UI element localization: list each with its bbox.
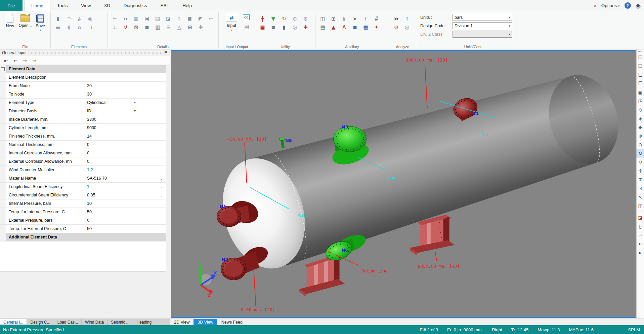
unit-select[interactable]: bars▾ xyxy=(453,14,512,21)
go-next-icon[interactable]: → xyxy=(21,57,29,64)
panel-tab-general-i-[interactable]: General I... xyxy=(0,319,27,325)
property-value[interactable]: 0 xyxy=(85,157,166,165)
lining-icon[interactable]: ▤ xyxy=(154,15,162,22)
view-front-icon[interactable]: ❏ xyxy=(637,53,644,62)
filter-icon[interactable]: ▼ xyxy=(269,15,277,22)
view-right-icon[interactable]: ❒ xyxy=(637,79,644,88)
stamp-window-icon[interactable]: ⊞ xyxy=(330,15,337,22)
new-report-icon[interactable]: ▯ xyxy=(403,15,411,22)
iso-view-sw-icon[interactable]: ◈ xyxy=(637,114,644,123)
menu-tab-3d[interactable]: 3D xyxy=(98,0,117,11)
menu-tab-help[interactable]: Help xyxy=(176,0,199,11)
run-analysis-icon[interactable]: ≫ xyxy=(392,15,400,22)
view-tab-news-feed[interactable]: News Feed xyxy=(217,319,247,325)
3d-viewport[interactable]: 9000.00 mm. [30] -50.00 mm. [10] 0.00 mm… xyxy=(171,50,636,318)
open-button[interactable]: Open... xyxy=(18,13,32,31)
tray-icon[interactable]: ▥ xyxy=(154,24,162,31)
shell-detail-icon[interactable]: ▯ xyxy=(175,15,183,22)
chevron-down-icon[interactable]: ▼ xyxy=(133,101,136,104)
alert-cone-icon[interactable]: ▲ xyxy=(330,24,337,31)
input-button[interactable]: ⇄Input▾ xyxy=(223,14,240,32)
view-bottom-icon[interactable]: ◳ xyxy=(637,97,644,105)
property-value[interactable]: 20 xyxy=(85,82,166,90)
pin-icon[interactable] xyxy=(164,51,168,55)
flat-head-icon[interactable]: ▬ xyxy=(54,24,62,31)
review-report-icon[interactable]: ◎ xyxy=(403,24,411,31)
basering-icon[interactable]: ⊥ xyxy=(111,24,119,31)
select-arrow-icon[interactable]: ↖ xyxy=(637,193,644,201)
zoom-20-icon[interactable]: ⊕ xyxy=(291,15,299,22)
help-icon[interactable]: ? xyxy=(625,2,631,9)
zoom-window-icon[interactable]: ⊕ xyxy=(637,132,644,140)
skirt-support-icon[interactable]: ⊓ xyxy=(86,24,94,31)
element-list-icon[interactable]: ≡ xyxy=(269,24,277,31)
outline-view-icon[interactable]: ▯ xyxy=(637,222,644,231)
iso-view-ne-icon[interactable]: ◆ xyxy=(637,123,644,132)
word-doc-icon[interactable]: A xyxy=(340,24,348,31)
spin-model-icon[interactable]: ↺ xyxy=(637,158,644,166)
ellipsis-button[interactable]: ... xyxy=(160,193,164,197)
undo-view-icon[interactable]: ↩ xyxy=(637,239,644,248)
pdf-icon[interactable]: ✦ xyxy=(373,24,380,31)
elliptical-head-icon[interactable]: ◠ xyxy=(65,15,73,22)
view-back-icon[interactable]: ❐ xyxy=(637,62,644,70)
brace-icon[interactable]: ⊠ xyxy=(132,24,140,31)
zoom-in-out-icon[interactable]: ∓ xyxy=(637,175,644,184)
clip-plane-icon[interactable]: ⊣ xyxy=(637,231,644,239)
menu-tab-home[interactable]: Home xyxy=(24,0,50,11)
cc-icon[interactable]: CC xyxy=(243,14,250,20)
view-tab-3d-view[interactable]: 3D View xyxy=(194,319,217,325)
go-first-icon[interactable]: ⇤ xyxy=(2,57,10,64)
expand-more-icon[interactable]: ▸ xyxy=(637,248,644,257)
brackets-icon[interactable]: ◫ xyxy=(319,15,327,22)
panel-tab-load-cas-[interactable]: Load Cas... xyxy=(54,319,82,325)
left-saddle-support[interactable] xyxy=(299,255,345,297)
status-overflow-button[interactable]: ... xyxy=(603,327,606,332)
weight-icon[interactable]: ◬ xyxy=(175,24,183,31)
pan-view-icon[interactable]: ✛ xyxy=(637,166,644,175)
share-shell-icon[interactable]: ▮ xyxy=(280,24,288,31)
view-top-icon[interactable]: ▣ xyxy=(637,88,644,97)
view-tab-2d-view[interactable]: 2D View xyxy=(170,319,194,325)
status-overflow-button[interactable]: ... xyxy=(615,327,619,332)
property-value[interactable]: 9000 xyxy=(85,124,166,132)
menu-tab-view[interactable]: View xyxy=(75,0,98,11)
stiffener-spacing-icon[interactable]: ↔ xyxy=(122,15,129,22)
report-image-icon[interactable]: ▤ xyxy=(243,23,251,30)
half-pipe-icon[interactable]: ⊟ xyxy=(165,24,172,31)
markup-icon[interactable]: ✚ xyxy=(302,24,309,31)
panel-tab-design-c-[interactable]: Design C... xyxy=(27,319,54,325)
property-value[interactable]: Cylindrical▼ xyxy=(85,99,166,107)
select-sphere-icon[interactable]: ◎ xyxy=(291,24,299,31)
iso-view-se-icon[interactable]: ◇ xyxy=(637,105,644,114)
panel-tab-wind-data[interactable]: Wind Data xyxy=(82,319,108,325)
property-value[interactable]: 0 xyxy=(85,141,166,149)
menu-tab-esl[interactable]: ESL xyxy=(154,0,176,11)
property-value[interactable]: 10 xyxy=(85,199,166,208)
nozzle-detail-icon[interactable]: ✚ xyxy=(197,24,205,31)
cylinder-element-icon[interactable]: ▮ xyxy=(54,15,62,22)
property-value[interactable]: SA-516 70... xyxy=(85,174,166,182)
collapse-ribbon-icon[interactable]: ∧ xyxy=(594,3,597,8)
collapse-icon[interactable]: − xyxy=(1,67,5,71)
property-value[interactable]: 0.85... xyxy=(85,191,166,199)
vessel-orientation-icon[interactable]: ◫ xyxy=(637,201,644,210)
panel-tab-heading[interactable]: Heading xyxy=(133,319,155,325)
panel-tab-seismic-[interactable]: Seismic ... xyxy=(108,319,133,325)
clip-icon[interactable]: ▭ xyxy=(207,15,215,22)
property-value[interactable]: 50 xyxy=(85,225,166,233)
error-check-icon[interactable]: ⊘ xyxy=(392,24,400,31)
delete-element-icon[interactable]: ▣ xyxy=(259,24,266,31)
options-button[interactable]: Options ▾ xyxy=(601,3,620,8)
cone-element-icon[interactable]: ◭ xyxy=(76,15,83,22)
insulation-icon[interactable]: ⊞ xyxy=(186,24,194,31)
packing-icon[interactable]: ≡ xyxy=(143,24,151,31)
rotate-view-icon[interactable]: ↻ xyxy=(637,149,644,158)
hand-pick-icon[interactable]: ➤ xyxy=(351,15,359,22)
terrain-icon[interactable]: ◗ xyxy=(340,15,348,22)
select-window-icon[interactable]: ⊡ xyxy=(637,184,644,193)
property-value[interactable]: 50 xyxy=(85,208,166,216)
property-value[interactable]: 0 xyxy=(85,149,166,157)
flip-element-icon[interactable]: ↻ xyxy=(280,15,288,22)
go-previous-icon[interactable]: ← xyxy=(11,57,19,64)
